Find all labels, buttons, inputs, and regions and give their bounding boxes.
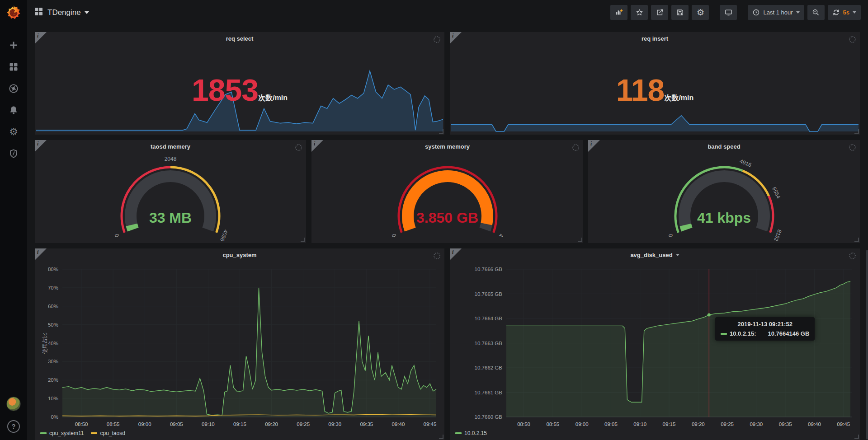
save-button[interactable] xyxy=(671,5,689,20)
svg-text:09:45: 09:45 xyxy=(837,421,850,427)
panel-title[interactable]: req insert xyxy=(450,32,860,45)
chevron-down-icon xyxy=(676,254,679,256)
add-panel-button[interactable] xyxy=(610,5,627,20)
svg-text:10.7665 GB: 10.7665 GB xyxy=(475,291,503,297)
server-admin-shield-icon[interactable] xyxy=(8,148,19,159)
panel-title[interactable]: taosd memery xyxy=(35,140,306,153)
loading-spinner-icon xyxy=(295,144,302,151)
svg-text:09:35: 09:35 xyxy=(360,421,373,427)
panel-info-corner[interactable]: i xyxy=(450,248,462,260)
y-axis-label: 使用占比 xyxy=(41,332,49,354)
time-range-picker[interactable]: Last 1 hour xyxy=(748,5,804,20)
svg-text:09:25: 09:25 xyxy=(721,421,734,427)
explore-icon[interactable] xyxy=(8,83,19,94)
svg-text:09:05: 09:05 xyxy=(604,421,618,427)
band-speed-gauge[interactable]: 41 kbps 0491665548192 xyxy=(588,153,860,243)
dashboard-title-dropdown[interactable]: TDengine xyxy=(47,8,89,17)
svg-text:4096: 4096 xyxy=(219,229,229,242)
panel-resize-handle[interactable] xyxy=(854,435,859,439)
refresh-button-group[interactable]: 5s xyxy=(828,5,861,20)
star-icon xyxy=(636,9,643,16)
loading-spinner-icon xyxy=(849,144,856,151)
panel-title[interactable]: avg_disk_used xyxy=(450,248,860,261)
svg-text:09:45: 09:45 xyxy=(424,421,437,427)
legend-item[interactable]: 10.0.2.15 xyxy=(455,430,487,436)
taosd-memory-gauge[interactable]: 33 MB 020484096 xyxy=(35,153,306,243)
configuration-gear-icon[interactable]: ⚙ xyxy=(8,126,19,137)
zoom-out-button[interactable] xyxy=(807,5,825,20)
panel-avg-disk-used: i avg_disk_used 10.7660 GB10.7661 GB10.7… xyxy=(450,248,860,440)
panel-info-corner[interactable]: i xyxy=(35,248,47,260)
scrollbar-thumb[interactable] xyxy=(866,250,868,440)
help-icon[interactable]: ? xyxy=(7,420,20,433)
legend-color-dash xyxy=(455,432,462,434)
svg-text:6554: 6554 xyxy=(771,186,782,200)
panel-band-speed: i band speed 41 kbps 0491665548192 xyxy=(588,140,860,243)
share-icon xyxy=(656,9,664,16)
cpu-usage-chart[interactable]: 0%10%20%30%40%50%60%70%80%08:5008:5509:0… xyxy=(35,261,444,434)
req-select-sparkline[interactable] xyxy=(36,66,443,133)
legend-item[interactable]: cpu_taosd xyxy=(91,430,125,436)
panel-resize-handle[interactable] xyxy=(301,238,305,242)
svg-text:09:20: 09:20 xyxy=(265,421,278,427)
svg-text:4: 4 xyxy=(497,233,505,238)
panel-resize-handle[interactable] xyxy=(439,435,443,439)
chart-legend: cpu_system11 cpu_taosd xyxy=(40,430,125,436)
loading-spinner-icon xyxy=(572,144,579,151)
svg-text:0: 0 xyxy=(390,233,397,238)
dashboard-grid-icon[interactable] xyxy=(34,7,43,18)
svg-text:10.7664 GB: 10.7664 GB xyxy=(475,316,503,321)
panel-info-corner[interactable]: i xyxy=(35,32,47,44)
user-avatar[interactable] xyxy=(6,397,21,411)
save-icon xyxy=(676,9,684,16)
loading-spinner-icon xyxy=(849,253,856,259)
svg-text:09:15: 09:15 xyxy=(233,421,246,427)
svg-text:09:35: 09:35 xyxy=(779,421,792,427)
svg-text:2048: 2048 xyxy=(165,156,177,162)
share-button[interactable] xyxy=(651,5,668,20)
loading-spinner-icon xyxy=(434,36,440,43)
svg-text:10.7662 GB: 10.7662 GB xyxy=(475,365,503,370)
avg-disk-used-chart[interactable]: 10.7660 GB10.7661 GB10.7662 GB10.7663 GB… xyxy=(450,261,860,434)
panel-info-corner[interactable]: i xyxy=(35,140,47,152)
svg-text:80%: 80% xyxy=(48,267,58,272)
svg-text:08:55: 08:55 xyxy=(546,421,559,427)
panel-title[interactable]: req select xyxy=(35,32,444,45)
settings-button[interactable]: ⚙ xyxy=(692,5,709,20)
legend-color-dash xyxy=(91,432,97,434)
tooltip-series-value: 10.7664146 GB xyxy=(768,330,810,337)
panel-title[interactable]: system memory xyxy=(311,140,583,153)
svg-text:09:10: 09:10 xyxy=(202,421,215,427)
svg-text:09:20: 09:20 xyxy=(692,421,705,427)
star-button[interactable] xyxy=(631,5,648,20)
svg-text:50%: 50% xyxy=(48,322,58,328)
svg-text:09:15: 09:15 xyxy=(663,421,676,427)
panel-info-corner[interactable]: i xyxy=(450,32,462,44)
tv-mode-button[interactable] xyxy=(720,5,737,20)
panel-title[interactable]: band speed xyxy=(588,140,860,153)
panel-title[interactable]: cpu_system xyxy=(35,248,444,261)
svg-text:09:30: 09:30 xyxy=(328,421,341,427)
svg-text:0: 0 xyxy=(113,233,121,238)
clock-icon xyxy=(752,9,760,16)
svg-text:30%: 30% xyxy=(48,359,58,364)
panel-req-select: i req select 1853次数/min xyxy=(35,32,444,135)
svg-text:09:00: 09:00 xyxy=(576,421,589,427)
dashboards-icon[interactable] xyxy=(8,61,19,72)
svg-text:09:40: 09:40 xyxy=(808,421,821,427)
panel-resize-handle[interactable] xyxy=(854,238,859,242)
svg-text:09:05: 09:05 xyxy=(170,421,183,427)
sidebar: ⚙ ? xyxy=(0,0,27,440)
legend-item[interactable]: cpu_system11 xyxy=(40,430,84,436)
time-range-label: Last 1 hour xyxy=(763,9,793,16)
create-icon[interactable] xyxy=(8,40,19,51)
req-insert-sparkline[interactable] xyxy=(451,66,859,133)
system-memory-gauge[interactable]: 3.850 GB 04 xyxy=(311,153,583,243)
panel-info-corner[interactable]: i xyxy=(311,140,323,152)
panel-resize-handle[interactable] xyxy=(578,238,582,242)
grafana-logo[interactable] xyxy=(0,0,27,25)
panel-info-corner[interactable]: i xyxy=(588,140,600,152)
svg-text:0: 0 xyxy=(667,233,674,238)
alerting-icon[interactable] xyxy=(8,105,19,116)
svg-text:10.7660 GB: 10.7660 GB xyxy=(475,414,503,420)
